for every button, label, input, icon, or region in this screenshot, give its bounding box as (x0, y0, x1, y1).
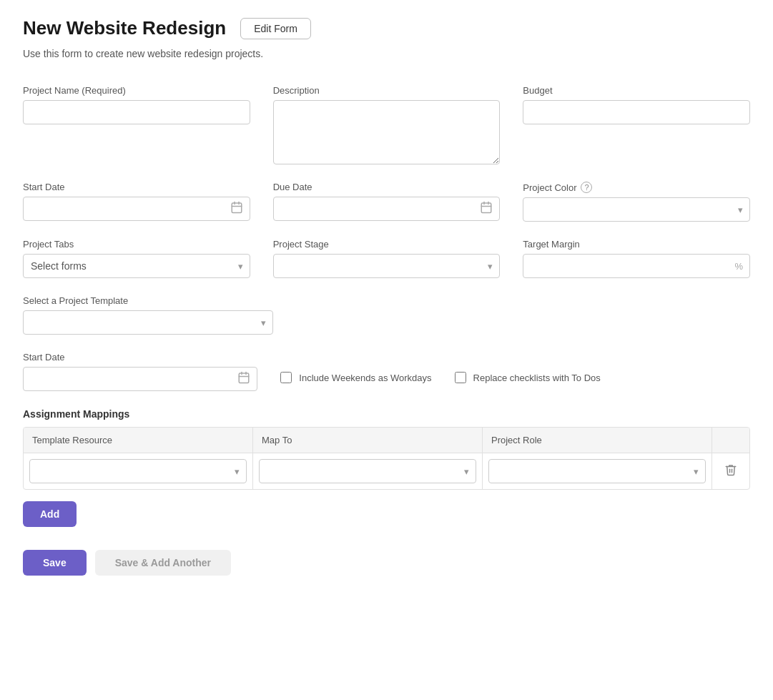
template-resource-cell: ▾ (24, 453, 253, 489)
project-name-field: Project Name (Required) (23, 85, 250, 164)
budget-input[interactable] (523, 100, 750, 124)
description-input[interactable] (273, 100, 501, 164)
project-role-cell: ▾ (483, 453, 712, 489)
start-date-2-wrapper (23, 367, 257, 391)
replace-checklists-group: Replace checklists with To Dos (455, 372, 601, 383)
start-date-2-input[interactable] (23, 367, 257, 391)
col-actions (712, 428, 749, 453)
project-template-label: Select a Project Template (23, 295, 273, 306)
target-margin-input[interactable] (523, 254, 750, 278)
include-weekends-group: Include Weekends as Workdays (280, 372, 431, 383)
col-project-role: Project Role (483, 428, 712, 453)
project-stage-label: Project Stage (273, 239, 501, 250)
map-to-select-wrapper: ▾ (259, 459, 476, 483)
project-role-select[interactable] (488, 459, 706, 483)
project-template-field: Select a Project Template ▾ (23, 295, 273, 335)
project-color-label: Project Color ? (523, 182, 750, 193)
project-name-label: Project Name (Required) (23, 85, 250, 96)
due-date-label: Due Date (273, 182, 501, 192)
col-map-to: Map To (253, 428, 483, 453)
target-margin-label: Target Margin (523, 239, 750, 250)
project-template-select-wrapper: ▾ (23, 310, 273, 335)
due-date-field: Due Date (273, 182, 501, 222)
form-row-2: Start Date Due Date Project Color ? (23, 182, 750, 222)
replace-checklists-checkbox[interactable] (455, 372, 466, 383)
page-title: New Website Redesign (23, 17, 226, 39)
description-field: Description (273, 85, 501, 164)
project-tabs-select-wrapper: Select forms ▾ (23, 254, 250, 278)
target-margin-field: Target Margin % (523, 239, 750, 278)
template-resource-select[interactable] (29, 459, 247, 483)
project-role-select-wrapper: ▾ (488, 459, 706, 483)
project-color-select[interactable] (523, 197, 750, 222)
add-button[interactable]: Add (23, 501, 77, 527)
project-tabs-label: Project Tabs (23, 239, 250, 250)
assignment-mappings-section: Assignment Mappings Template Resource Ma… (23, 408, 750, 490)
edit-form-button[interactable]: Edit Form (240, 18, 311, 39)
target-margin-wrapper: % (523, 254, 750, 278)
project-tabs-select[interactable]: Select forms (23, 254, 250, 278)
budget-field: Budget (523, 85, 750, 164)
start-date-section-2: Start Date Include Weekends as Workdays … (23, 352, 750, 391)
footer-buttons: Save Save & Add Another (23, 550, 750, 576)
start-date-label: Start Date (23, 182, 250, 192)
project-stage-field: Project Stage ▾ (273, 239, 501, 278)
assignment-table-header: Template Resource Map To Project Role (24, 428, 749, 453)
delete-row-button[interactable] (722, 460, 740, 482)
due-date-wrapper (273, 197, 501, 221)
map-to-select[interactable] (259, 459, 476, 483)
form-row-1: Project Name (Required) Description Budg… (23, 85, 750, 164)
start-date-field: Start Date (23, 182, 250, 222)
form-row-3: Project Tabs Select forms ▾ Project Stag… (23, 239, 750, 278)
map-to-cell: ▾ (253, 453, 483, 489)
assignment-mappings-title: Assignment Mappings (23, 408, 750, 420)
checkboxes-col: Include Weekends as Workdays Replace che… (280, 352, 750, 383)
assignment-table: Template Resource Map To Project Role ▾ (23, 427, 750, 490)
budget-label: Budget (523, 85, 750, 96)
delete-cell (712, 453, 749, 489)
include-weekends-checkbox[interactable] (280, 372, 292, 383)
save-button[interactable]: Save (23, 550, 87, 576)
col-template-resource: Template Resource (24, 428, 253, 453)
save-add-another-button[interactable]: Save & Add Another (95, 550, 231, 576)
start-date-input[interactable] (23, 197, 250, 221)
include-weekends-label: Include Weekends as Workdays (299, 373, 431, 383)
project-color-select-wrapper: ▾ (523, 197, 750, 222)
project-color-field: Project Color ? ▾ (523, 182, 750, 222)
project-stage-select[interactable] (273, 254, 501, 278)
project-color-help-icon[interactable]: ? (581, 182, 592, 193)
project-template-select[interactable] (23, 310, 273, 335)
start-date-2-field: Start Date (23, 352, 257, 391)
description-label: Description (273, 85, 501, 96)
page-description: Use this form to create new website rede… (23, 48, 750, 59)
page-header: New Website Redesign Edit Form (23, 17, 750, 39)
due-date-input[interactable] (273, 197, 501, 221)
project-tabs-field: Project Tabs Select forms ▾ (23, 239, 250, 278)
project-name-input[interactable] (23, 100, 250, 124)
project-stage-select-wrapper: ▾ (273, 254, 501, 278)
start-date-2-label: Start Date (23, 352, 257, 363)
template-resource-select-wrapper: ▾ (29, 459, 247, 483)
assignment-row: ▾ ▾ ▾ (24, 453, 749, 489)
start-date-wrapper (23, 197, 250, 221)
project-template-row: Select a Project Template ▾ (23, 295, 750, 335)
replace-checklists-label: Replace checklists with To Dos (473, 373, 601, 383)
